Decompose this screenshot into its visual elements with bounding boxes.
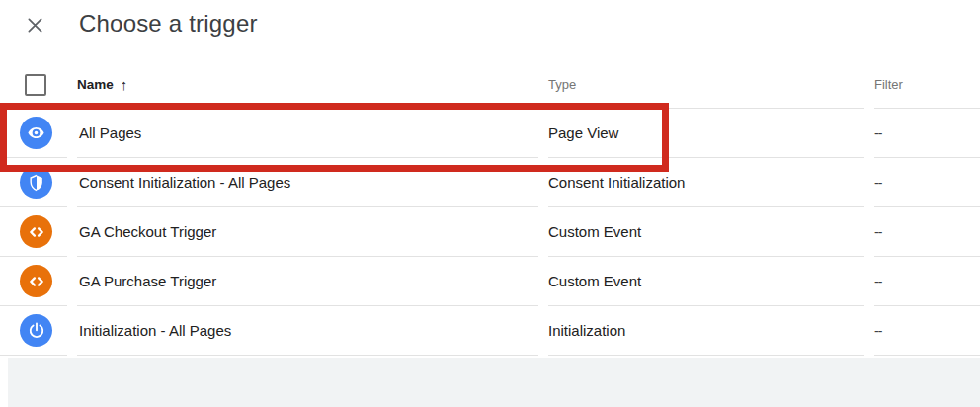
close-button[interactable] bbox=[23, 13, 46, 37]
trigger-name[interactable]: Consent Initialization - All Pages bbox=[77, 158, 538, 207]
power-icon bbox=[20, 314, 52, 347]
eye-icon bbox=[20, 117, 52, 149]
trigger-filter: -- bbox=[874, 207, 980, 257]
select-all-checkbox[interactable] bbox=[25, 74, 46, 96]
trigger-icon-cell bbox=[0, 306, 67, 356]
trigger-type: Page View bbox=[548, 109, 864, 158]
trigger-row[interactable]: GA Purchase TriggerCustom Event-- bbox=[0, 257, 980, 306]
trigger-name[interactable]: GA Purchase Trigger bbox=[77, 257, 538, 306]
trigger-icon-cell bbox=[0, 207, 67, 257]
trigger-row[interactable]: All PagesPage View-- bbox=[0, 109, 980, 158]
trigger-row[interactable]: Consent Initialization - All PagesConsen… bbox=[0, 158, 980, 207]
trigger-type: Custom Event bbox=[548, 207, 864, 257]
trigger-filter: -- bbox=[874, 109, 980, 158]
trigger-icon-cell bbox=[0, 109, 67, 158]
trigger-icon-cell bbox=[0, 158, 67, 207]
name-column-label: Name bbox=[77, 77, 114, 92]
code-brackets-icon bbox=[20, 265, 52, 297]
select-all-cell bbox=[0, 61, 67, 109]
trigger-type: Custom Event bbox=[548, 257, 864, 306]
filter-column-header[interactable]: Filter bbox=[874, 77, 903, 92]
trigger-name[interactable]: Initialization - All Pages bbox=[77, 306, 538, 356]
name-column-header[interactable]: Name ↑ bbox=[77, 76, 127, 93]
sort-ascending-icon: ↑ bbox=[121, 76, 128, 93]
trigger-name[interactable]: GA Checkout Trigger bbox=[77, 207, 538, 257]
trigger-row[interactable]: Initialization - All PagesInitialization… bbox=[0, 306, 980, 356]
code-brackets-icon bbox=[20, 215, 52, 248]
trigger-type: Initialization bbox=[548, 306, 864, 356]
dialog-title: Choose a trigger bbox=[79, 10, 258, 38]
trigger-row[interactable]: GA Checkout TriggerCustom Event-- bbox=[0, 207, 980, 257]
type-column-header-cell: Type bbox=[548, 61, 864, 109]
close-icon bbox=[25, 15, 45, 36]
trigger-filter: -- bbox=[874, 257, 980, 306]
trigger-filter: -- bbox=[874, 306, 980, 356]
trigger-filter: -- bbox=[874, 158, 980, 207]
trigger-type: Consent Initialization bbox=[548, 158, 864, 207]
trigger-name[interactable]: All Pages bbox=[77, 109, 538, 158]
filter-column-header-cell: Filter bbox=[874, 61, 980, 109]
shield-icon bbox=[20, 166, 52, 199]
trigger-icon-cell bbox=[0, 257, 67, 306]
name-column-header-cell: Name ↑ bbox=[77, 61, 538, 109]
footer-area bbox=[8, 358, 980, 407]
trigger-table: Name ↑ Type Filter All PagesPage View-- … bbox=[0, 61, 980, 356]
table-header-row: Name ↑ Type Filter bbox=[0, 61, 980, 109]
table-body: All PagesPage View-- Consent Initializat… bbox=[0, 109, 980, 356]
type-column-header[interactable]: Type bbox=[548, 77, 576, 92]
